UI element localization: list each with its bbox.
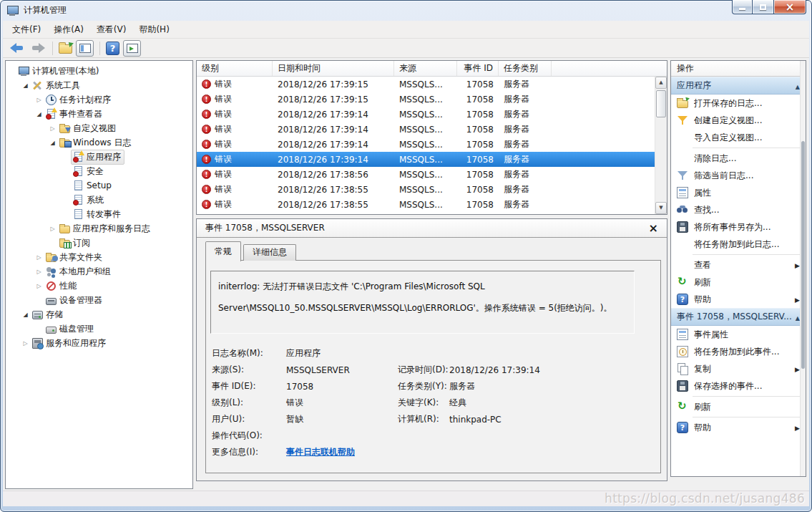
action-pane-toggle-button[interactable]: [123, 40, 141, 57]
action-label: 查找...: [694, 204, 800, 216]
action-refresh[interactable]: 刷新: [671, 274, 806, 291]
event-row[interactable]: 错误2018/12/26 17:39:14MSSQLS...17058服务器: [197, 137, 655, 152]
tree-item-security[interactable]: 安全: [6, 164, 192, 178]
scroll-up-button[interactable]: [655, 77, 667, 89]
action-label: 筛选当前日志...: [694, 170, 800, 182]
console-window-icon: [79, 44, 91, 53]
tree-item-services-applications[interactable]: 服务和应用程序: [6, 336, 192, 350]
forward-button[interactable]: [29, 42, 47, 54]
tree-item-windows-logs[interactable]: Windows 日志: [6, 135, 192, 150]
menu-file[interactable]: 文件(F): [6, 21, 47, 38]
disk-icon: [46, 327, 57, 334]
event-row[interactable]: 错误2018/12/26 17:38:55MSSQLS...17058服务器: [197, 197, 655, 212]
console-window-button[interactable]: [76, 40, 94, 57]
tab-general[interactable]: 常规: [205, 241, 241, 261]
action-refresh-event[interactable]: 刷新: [671, 398, 806, 415]
caption-buttons: [732, 0, 806, 14]
tab-details[interactable]: 详细信息: [243, 244, 296, 261]
action-save-all-events-as[interactable]: 将所有事件另存为...: [671, 218, 806, 236]
action-clear-log[interactable]: 清除日志...: [671, 150, 806, 167]
actions-scrollbar-thumb[interactable]: [801, 141, 805, 369]
event-id: 17058: [457, 125, 499, 135]
action-properties[interactable]: 属性: [671, 184, 806, 201]
event-row[interactable]: 错误2018/12/26 17:39:15MSSQLS...17058服务器: [197, 77, 655, 92]
expander-open-icon[interactable]: [21, 311, 30, 318]
scroll-down-button[interactable]: [655, 202, 667, 214]
event-row[interactable]: 错误2018/12/26 17:38:55MSSQLS...17058服务器: [197, 182, 655, 197]
expander-open-icon[interactable]: [21, 82, 30, 89]
tree-item-system[interactable]: 系统: [6, 193, 192, 207]
action-copy[interactable]: 复制: [671, 360, 806, 377]
tree-item-disk-management[interactable]: 磁盘管理: [6, 322, 192, 336]
menu-action[interactable]: 操作(A): [47, 21, 90, 38]
action-attach-task-to-log[interactable]: 将任务附加到此日志...: [671, 236, 806, 253]
action-save-selected-events[interactable]: 保存选择的事件...: [671, 377, 806, 395]
tree-item-computer-management[interactable]: 计算机管理(本地): [6, 64, 192, 78]
expander-closed-icon[interactable]: [48, 226, 57, 232]
tree-item-device-manager[interactable]: 设备管理器: [6, 293, 192, 307]
action-filter-current-log[interactable]: 筛选当前日志...: [671, 167, 806, 184]
close-button[interactable]: [773, 0, 806, 14]
tree-item-setup[interactable]: Setup: [6, 178, 192, 193]
tree-item-task-scheduler[interactable]: 任务计划程序: [6, 92, 192, 107]
tree-item-custom-views[interactable]: 自定义视图: [6, 121, 192, 135]
restore-button[interactable]: [753, 0, 773, 14]
event-row[interactable]: 错误2018/12/26 17:38:56MSSQLS...17058服务器: [197, 167, 655, 182]
separator: [693, 254, 800, 255]
action-attach-task-to-event[interactable]: 将任务附加到此事件...: [671, 343, 806, 360]
icon-spacer: [677, 153, 688, 164]
help-button[interactable]: [106, 42, 119, 55]
field-value: 暂缺: [286, 413, 398, 425]
action-help[interactable]: 帮助: [671, 291, 806, 308]
tree-item-apps-services-logs[interactable]: 应用程序和服务日志: [6, 221, 192, 236]
column-header-event-id[interactable]: 事件 ID: [457, 61, 499, 76]
event-message[interactable]: initerrlog: 无法打开错误日志文件 'C:\Program Files…: [210, 271, 635, 334]
tree-item-subscriptions[interactable]: 订阅: [6, 236, 192, 250]
close-detail-icon[interactable]: [649, 221, 658, 235]
column-header-datetime[interactable]: 日期和时间: [273, 61, 394, 76]
submenu-arrow-icon: [795, 260, 800, 270]
action-section-header[interactable]: 应用程序: [671, 77, 806, 95]
action-label: 事件属性: [694, 329, 800, 341]
column-header-level[interactable]: 级别: [197, 61, 273, 76]
scrollbar-thumb[interactable]: [656, 90, 666, 117]
action-view[interactable]: 查看: [671, 256, 806, 274]
action-section-header[interactable]: 事件 17058，MSSQLSERV...: [671, 308, 806, 326]
minimize-button[interactable]: [732, 0, 753, 14]
action-event-properties[interactable]: 事件属性: [671, 326, 806, 343]
tree-item-shared-folders[interactable]: 共享文件夹: [6, 250, 192, 264]
tree-item-system-tools[interactable]: 系统工具: [6, 78, 192, 92]
tree-item-event-viewer[interactable]: 事件查看器: [6, 107, 192, 121]
column-header-source[interactable]: 来源: [394, 61, 457, 76]
event-datetime: 2018/12/26 17:39:15: [273, 79, 394, 90]
open-folder-button[interactable]: [59, 44, 72, 54]
expander-closed-icon[interactable]: [34, 254, 44, 261]
tree-item-performance[interactable]: 性能: [6, 279, 192, 293]
tree-item-storage[interactable]: 存储: [6, 307, 192, 322]
expander-closed-icon[interactable]: [34, 97, 44, 103]
event-row[interactable]: 错误2018/12/26 17:39:14MSSQLS...17058服务器: [197, 107, 655, 122]
action-import-custom-view[interactable]: 导入自定义视图...: [671, 129, 806, 146]
action-create-custom-view[interactable]: 创建自定义视图...: [671, 112, 806, 129]
column-header-category[interactable]: 任务类别: [499, 61, 552, 76]
tree-item-local-users-groups[interactable]: 本地用户和组: [6, 264, 192, 279]
menu-view[interactable]: 查看(V): [90, 21, 133, 38]
back-button[interactable]: [9, 42, 26, 54]
expander-closed-icon[interactable]: [48, 125, 57, 132]
tree-item-forwarded-events[interactable]: 转发事件: [6, 207, 192, 221]
expander-closed-icon[interactable]: [34, 283, 44, 289]
expander-closed-icon[interactable]: [21, 340, 30, 347]
action-open-saved-log[interactable]: 打开保存的日志...: [671, 95, 806, 112]
tree-item-application[interactable]: 应用程序: [6, 150, 192, 164]
event-row[interactable]: 错误2018/12/26 17:39:15MSSQLS...17058服务器: [197, 92, 655, 107]
detail-field-row: 用户(U): 暂缺 计算机(R): thinkpad-PC: [212, 411, 655, 428]
menu-help[interactable]: 帮助(H): [132, 21, 175, 38]
event-row[interactable]: 错误2018/12/26 17:39:14MSSQLS...17058服务器: [197, 152, 655, 167]
expander-closed-icon[interactable]: [34, 269, 44, 275]
event-log-online-help-link[interactable]: 事件日志联机帮助: [286, 447, 355, 457]
action-find[interactable]: 查找...: [671, 201, 806, 218]
event-row[interactable]: 错误2018/12/26 17:39:14MSSQLS...17058服务器: [197, 122, 655, 137]
action-help-event[interactable]: 帮助: [671, 419, 806, 436]
expander-open-icon[interactable]: [48, 140, 57, 146]
expander-open-icon[interactable]: [34, 111, 44, 117]
